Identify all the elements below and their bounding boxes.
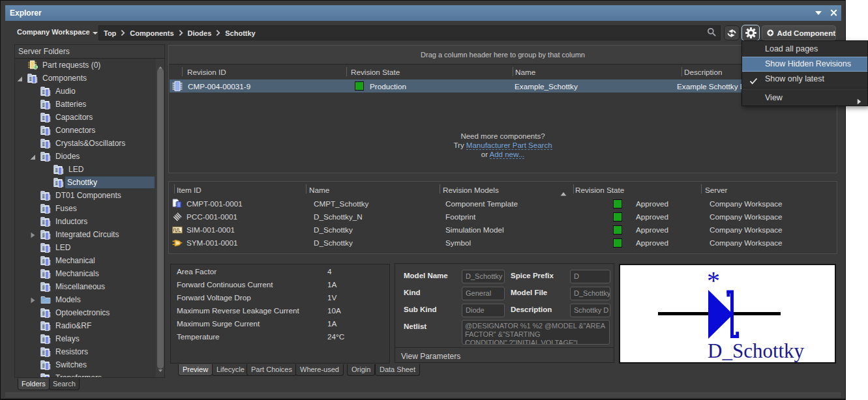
model-row-simulation[interactable]: SIM-001-0001D_SchottkySimulation ModelAp… <box>170 223 836 236</box>
refresh-button[interactable] <box>724 25 740 40</box>
sidebar-item-crystals-oscillators[interactable]: Crystals&Oscillators <box>15 137 156 150</box>
revision-row-selected[interactable]: CMP-004-00031-9ProductionExample_Schottk… <box>170 79 836 93</box>
sidebar-item-mechanicals[interactable]: Mechanicals <box>15 267 156 280</box>
parameter-row[interactable]: Forward Voltage Drop1V <box>171 291 389 304</box>
tab-where-used[interactable]: Where-used <box>295 364 344 376</box>
model-row-template[interactable]: CMPT-001-0001CMPT_SchottkyComponent Temp… <box>170 197 836 210</box>
revisions-column-header[interactable]: Revision State <box>351 68 400 76</box>
tree-collapse-arrow[interactable] <box>29 231 36 240</box>
model-row-symbol[interactable]: SYM-001-0001D_SchottkySymbolApprovedComp… <box>170 236 836 250</box>
tab-preview[interactable]: Preview <box>178 364 213 376</box>
view-parameters-bar[interactable]: View Parameters <box>395 347 614 362</box>
column-separator[interactable] <box>681 67 682 76</box>
parameter-row[interactable]: Area Factor4 <box>171 265 389 278</box>
sidebar-item-miscellaneous[interactable]: Miscellaneous <box>15 280 156 293</box>
manufacturer-part-search-link[interactable]: Manufacturer Part Search <box>466 141 552 150</box>
sidebar-item-inductors[interactable]: Inductors <box>15 215 156 228</box>
sidebar-item-models[interactable]: Models <box>15 293 156 306</box>
sidebar-scrollbar[interactable] <box>156 59 164 377</box>
model-name-input[interactable]: D_Schottky <box>462 270 505 283</box>
breadcrumb-schottky[interactable]: Schottky <box>225 29 255 37</box>
tab-lifecycle[interactable]: Lifecycle <box>212 364 249 376</box>
group-by-bar[interactable]: Drag a column header here to group by th… <box>169 46 837 64</box>
component-folder-icon <box>27 73 38 83</box>
sidebar-item-audio[interactable]: Audio <box>15 85 156 98</box>
column-separator[interactable] <box>440 184 440 193</box>
column-separator[interactable] <box>306 184 307 193</box>
tree-collapse-arrow[interactable] <box>29 296 36 306</box>
sidebar-item-mechanical[interactable]: Mechanical <box>15 254 156 267</box>
sidebar-item-transformers[interactable]: Transformers <box>15 371 156 377</box>
sidebar-item-optoelectronics[interactable]: Optoelectronics <box>15 306 156 319</box>
models-column-header[interactable]: Name <box>309 186 329 194</box>
spice-prefix-input[interactable]: D <box>570 270 610 283</box>
menu-item-view[interactable]: View <box>742 91 867 106</box>
models-column-header[interactable]: Revision Models <box>443 186 499 194</box>
tree-expand-arrow[interactable] <box>29 153 36 162</box>
workspace-caret-icon[interactable] <box>93 32 98 35</box>
parameter-row[interactable]: Temperature24°C <box>171 330 389 343</box>
revisions-column-header[interactable]: Description <box>684 68 722 76</box>
sidebar-header[interactable]: Server Folders <box>15 45 164 59</box>
tab-origin[interactable]: Origin <box>347 364 375 376</box>
sidebar-item-fuses[interactable]: Fuses <box>15 202 156 215</box>
sidebar-item-integrated-circuits[interactable]: Integrated Circuits <box>15 228 156 241</box>
panel-menu-icon[interactable] <box>815 11 822 15</box>
add-component-button[interactable]: Add Component <box>762 25 836 40</box>
sidebar-item-batteries[interactable]: Batteries <box>15 98 156 111</box>
parameter-row[interactable]: Maximum Reverse Leakage Current10A <box>171 304 389 317</box>
workspace-selector[interactable]: Company Workspace <box>17 28 90 36</box>
sidebar-item-diodes[interactable]: Diodes <box>15 150 156 163</box>
parameter-row[interactable]: Forward Continuous Current1A <box>171 278 389 291</box>
models-column-header[interactable]: Item ID <box>177 186 202 194</box>
revisions-column-header[interactable]: Name <box>515 68 535 76</box>
sidebar-item-resistors[interactable]: Resistors <box>15 345 156 358</box>
models-column-header[interactable]: Server <box>705 186 727 194</box>
sidebar-item-led[interactable]: LED <box>15 241 156 254</box>
settings-button[interactable] <box>741 25 760 41</box>
kind-input[interactable]: General <box>462 287 505 300</box>
breadcrumb-diodes[interactable]: Diodes <box>188 29 212 37</box>
column-separator[interactable] <box>182 67 183 76</box>
breadcrumb-components[interactable]: Components <box>130 29 173 37</box>
tree-item-label: Schottky <box>65 177 155 188</box>
sidebar-item-dt01-components[interactable]: DT01 Components <box>15 189 156 202</box>
tab-search[interactable]: Search <box>49 379 80 390</box>
revisions-column-header[interactable]: Revision ID <box>187 68 226 76</box>
netlist-input[interactable]: @DESIGNATOR %1 %2 @MODEL &"AREA FACTOR" … <box>462 320 610 345</box>
tab-part-choices[interactable]: Part Choices <box>247 364 297 376</box>
sidebar-item-capacitors[interactable]: Capacitors <box>15 111 156 124</box>
sidebar-item-led[interactable]: LED <box>15 163 156 176</box>
scroll-down-arrow[interactable] <box>158 364 163 375</box>
parameter-row[interactable]: Maximum Surge Current1A <box>171 317 389 330</box>
titlebar[interactable]: Explorer <box>5 5 841 21</box>
tab-folders[interactable]: Folders <box>18 379 50 390</box>
sidebar-item-components[interactable]: Components <box>15 72 156 85</box>
sub-kind-input[interactable]: Diode <box>462 304 505 317</box>
close-button[interactable] <box>830 7 837 19</box>
tab-data-sheet[interactable]: Data Sheet <box>375 364 420 376</box>
column-separator[interactable] <box>701 184 702 193</box>
column-separator[interactable] <box>513 67 513 76</box>
column-separator[interactable] <box>346 67 347 76</box>
model-row-footprint[interactable]: PCC-001-0001D_Schottky_NFootprintApprove… <box>170 210 836 223</box>
sidebar-item-radio-rf[interactable]: Radio&RF <box>15 319 156 332</box>
breadcrumb-top[interactable]: Top <box>104 29 116 37</box>
sidebar-item-part-requests-0[interactable]: Part requests (0) <box>15 59 156 72</box>
column-separator[interactable] <box>174 184 175 193</box>
model-file-input[interactable]: D_Schottky <box>570 287 610 300</box>
models-column-header[interactable]: Revision State <box>575 186 624 194</box>
add-new-link[interactable]: Add new... <box>490 150 525 159</box>
menu-item-show-only-latest[interactable]: Show only latest <box>742 72 867 87</box>
column-separator[interactable] <box>573 184 574 193</box>
sidebar-item-relays[interactable]: Relays <box>15 332 156 345</box>
sidebar-item-schottky[interactable]: Schottky <box>15 176 156 189</box>
sidebar-item-connectors[interactable]: Connectors <box>15 124 156 137</box>
tree-expand-arrow[interactable] <box>16 75 23 84</box>
search-button[interactable] <box>707 27 716 39</box>
description-input[interactable]: Schottky D <box>570 304 610 317</box>
menu-item-show-hidden-revisions[interactable]: Show Hidden Revisions <box>742 57 867 72</box>
scrollbar-thumb[interactable] <box>157 68 164 369</box>
sidebar-item-switches[interactable]: Switches <box>15 358 156 371</box>
menu-item-load-all-pages[interactable]: Load all pages <box>742 42 867 57</box>
